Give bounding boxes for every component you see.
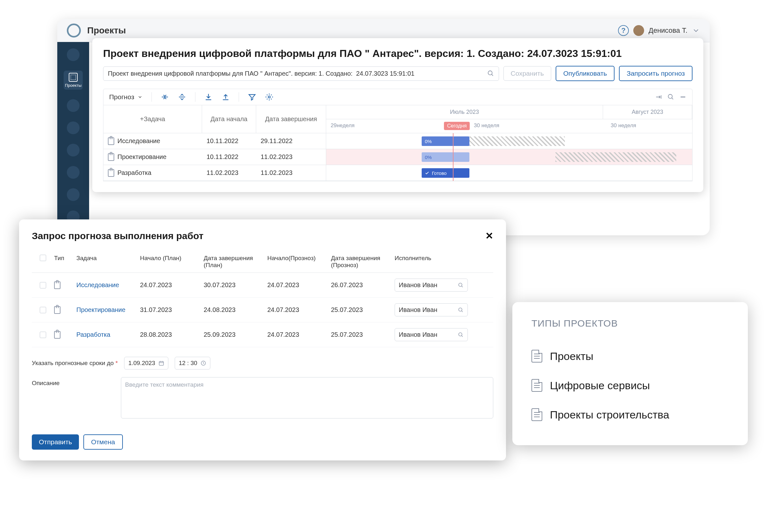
gantt-bar-row: Готово bbox=[326, 165, 692, 181]
modal-row: Проектирование 31.07.2023 24.08.2023 24.… bbox=[32, 298, 493, 322]
gantt-row[interactable]: Проектирование 10.11.2022 11.02.2023 bbox=[103, 149, 326, 165]
collapse-icon[interactable] bbox=[161, 93, 169, 101]
document-icon bbox=[531, 408, 542, 421]
search-icon[interactable] bbox=[667, 94, 674, 101]
minus-icon[interactable] bbox=[679, 94, 686, 101]
col-end: Дата завершения bbox=[256, 105, 326, 133]
search-icon[interactable] bbox=[487, 70, 494, 77]
clipboard-icon bbox=[108, 138, 114, 145]
projects-icon bbox=[69, 73, 78, 82]
chevron-down-icon bbox=[138, 95, 143, 100]
executor-input[interactable]: Иванов Иван bbox=[395, 328, 468, 341]
description-textarea[interactable]: Введите текст комментария bbox=[121, 377, 493, 419]
svg-point-0 bbox=[488, 71, 492, 75]
gear-icon[interactable] bbox=[265, 93, 273, 101]
cancel-button[interactable]: Отмена bbox=[83, 434, 123, 449]
upload-icon[interactable] bbox=[222, 93, 230, 101]
avatar[interactable] bbox=[633, 25, 644, 36]
sidebar: Проекты bbox=[57, 42, 89, 235]
gantt-bar[interactable]: 0% bbox=[422, 152, 470, 162]
help-icon[interactable]: ? bbox=[618, 25, 629, 36]
gantt-row[interactable]: Исследование 10.11.2022 29.11.2022 bbox=[103, 133, 326, 149]
page-title-bg: Проекты bbox=[87, 25, 618, 36]
row-checkbox[interactable] bbox=[40, 332, 46, 338]
gantt-bar[interactable]: Готово bbox=[422, 168, 470, 178]
today-badge: Сегодня bbox=[444, 122, 470, 130]
sidebar-dot[interactable] bbox=[67, 144, 80, 156]
row-checkbox[interactable] bbox=[40, 307, 46, 313]
sidebar-dot[interactable] bbox=[67, 188, 80, 201]
svg-point-1 bbox=[268, 96, 271, 98]
expand-icon[interactable] bbox=[178, 93, 186, 101]
goto-today-icon[interactable] bbox=[655, 94, 662, 101]
date-input[interactable]: 1.09.2023 bbox=[124, 357, 168, 370]
sidebar-dot[interactable] bbox=[67, 48, 80, 61]
search-box[interactable] bbox=[103, 66, 499, 81]
modal-row: Исследование 24.07.2023 30.07.2023 24.07… bbox=[32, 273, 493, 298]
close-icon[interactable]: ✕ bbox=[485, 230, 493, 242]
logo-icon bbox=[67, 23, 81, 38]
gantt-row[interactable]: Разработка 11.02.2023 11.02.2023 bbox=[103, 165, 326, 181]
search-input[interactable] bbox=[108, 70, 484, 77]
document-icon bbox=[531, 379, 542, 392]
modal-table-header: Тип Задача Начало (План) Дата завершения… bbox=[32, 251, 493, 273]
gantt-bar-row: 0% bbox=[326, 149, 692, 165]
user-name[interactable]: Денисова Т. bbox=[648, 26, 687, 35]
row-checkbox[interactable] bbox=[40, 282, 46, 288]
svg-rect-6 bbox=[159, 362, 163, 365]
clipboard-icon bbox=[54, 281, 60, 289]
sidebar-dot[interactable] bbox=[67, 99, 80, 112]
svg-point-2 bbox=[668, 95, 673, 99]
project-type-item[interactable]: Цифровые сервисы bbox=[531, 371, 729, 400]
filter-icon[interactable] bbox=[248, 93, 256, 101]
gantt-hatch bbox=[555, 152, 676, 162]
svg-point-5 bbox=[458, 333, 462, 336]
time-input[interactable]: 12 : 30 bbox=[175, 357, 210, 370]
modal-row: Разработка 28.08.2023 25.09.2023 24.07.2… bbox=[32, 322, 493, 347]
chevron-down-icon[interactable] bbox=[692, 26, 700, 35]
sidebar-item-label: Проекты bbox=[65, 83, 82, 88]
clipboard-icon bbox=[54, 331, 60, 339]
executor-input[interactable]: Иванов Иван bbox=[395, 278, 468, 291]
description-label: Описание bbox=[32, 377, 108, 419]
clipboard-icon bbox=[108, 169, 114, 177]
search-icon[interactable] bbox=[458, 307, 464, 313]
check-icon bbox=[425, 171, 429, 175]
task-link[interactable]: Исследование bbox=[77, 281, 140, 289]
toolbar: Прогноз bbox=[103, 89, 692, 105]
send-button[interactable]: Отправить bbox=[32, 434, 79, 449]
col-start: Дата начала bbox=[202, 105, 256, 133]
month-aug: Август 2023 bbox=[603, 105, 692, 119]
project-type-item[interactable]: Проекты строительства bbox=[531, 400, 729, 429]
forecast-request-modal: Запрос прогноза выполнения работ ✕ Тип З… bbox=[19, 219, 506, 461]
request-forecast-button[interactable]: Запросить прогноз bbox=[619, 66, 692, 81]
modal-title: Запрос прогноза выполнения работ bbox=[32, 230, 485, 242]
task-link[interactable]: Проектирование bbox=[77, 306, 140, 314]
document-icon bbox=[531, 350, 542, 363]
forecast-selector[interactable]: Прогноз bbox=[109, 93, 143, 101]
save-button: Сохранить bbox=[503, 66, 551, 81]
svg-point-3 bbox=[458, 283, 462, 286]
download-icon[interactable] bbox=[204, 93, 212, 101]
sidebar-item-projects[interactable]: Проекты bbox=[64, 70, 83, 90]
clipboard-icon bbox=[108, 153, 114, 161]
svg-point-4 bbox=[458, 308, 462, 311]
task-link[interactable]: Разработка bbox=[77, 331, 140, 338]
gantt-chart: +Задача Дата начала Дата завершения Иссл… bbox=[103, 105, 692, 181]
project-type-item[interactable]: Проекты bbox=[531, 341, 729, 371]
search-icon[interactable] bbox=[458, 282, 464, 288]
col-task[interactable]: +Задача bbox=[103, 105, 202, 133]
search-icon[interactable] bbox=[458, 332, 464, 338]
gantt-bar-row: 0% bbox=[326, 133, 692, 149]
sidebar-dot[interactable] bbox=[67, 121, 80, 134]
calendar-icon bbox=[158, 360, 164, 366]
executor-input[interactable]: Иванов Иван bbox=[395, 303, 468, 316]
sidebar-dot[interactable] bbox=[67, 166, 80, 179]
select-all-checkbox[interactable] bbox=[40, 255, 46, 261]
publish-button[interactable]: Опубликовать bbox=[556, 66, 615, 81]
gantt-bar[interactable]: 0% bbox=[422, 137, 470, 146]
month-july: Июль 2023 bbox=[326, 105, 603, 119]
deadline-label: Указать прогнозные сроки до bbox=[32, 360, 118, 367]
clipboard-icon bbox=[54, 306, 60, 314]
project-panel: Проект внедрения цифровой платформы для … bbox=[92, 38, 703, 192]
